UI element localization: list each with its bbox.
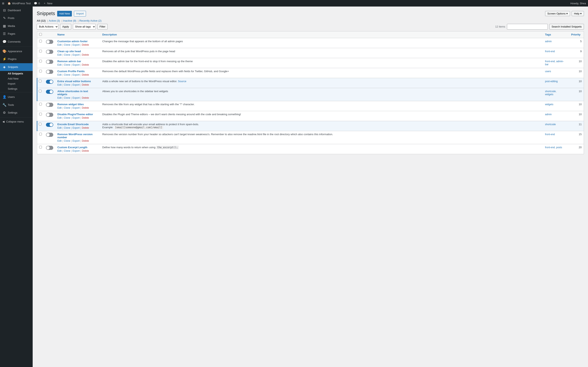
snippet-tag[interactable]: widgets	[545, 103, 553, 106]
snippet-action-delete[interactable]: Delete	[82, 126, 89, 129]
sidebar-item-comments[interactable]: 💬 Comments	[0, 38, 33, 46]
help-button[interactable]: Help ▾	[572, 11, 584, 16]
snippet-action-clone[interactable]: Clone	[64, 83, 70, 86]
snippet-tag[interactable]: widgets	[545, 93, 553, 96]
snippet-action-clone[interactable]: Clone	[64, 126, 70, 129]
snippet-tag[interactable]: users	[545, 70, 551, 73]
snippet-tag[interactable]: shortcode	[545, 90, 556, 93]
sidebar-item-appearance[interactable]: 🎨 Appearance	[0, 48, 33, 55]
snippet-tag[interactable]: post-editing	[545, 80, 558, 83]
snippet-action-delete[interactable]: Delete	[82, 117, 89, 119]
snippet-action-edit[interactable]: Edit	[57, 63, 62, 66]
snippet-action-delete[interactable]: Delete	[82, 106, 89, 109]
row-checkbox[interactable]	[39, 123, 42, 125]
snippet-action-delete[interactable]: Delete	[82, 150, 89, 152]
filter-button[interactable]: Filter	[97, 24, 108, 30]
snippet-source-link[interactable]: Source	[178, 80, 186, 83]
snippet-action-delete[interactable]: Delete	[82, 43, 89, 46]
snippet-toggle[interactable]	[46, 123, 53, 127]
admin-bar-logo[interactable]: ⊞	[2, 2, 4, 5]
sidebar-item-plugins[interactable]: ⚡ Plugins	[0, 55, 33, 63]
snippet-name-link[interactable]: Encode Email Shortcode	[57, 123, 98, 126]
snippet-action-export[interactable]: Export	[72, 73, 80, 76]
tab-recently-active[interactable]: Recently Active (2)	[79, 19, 102, 22]
sidebar-item-snippets[interactable]: ◈ Snippets	[0, 63, 33, 71]
sidebar-sub-item-settings[interactable]: Settings	[0, 86, 33, 91]
snippet-action-export[interactable]: Export	[72, 126, 80, 129]
snippet-action-clone[interactable]: Clone	[64, 117, 70, 119]
bulk-actions-select[interactable]: Bulk Actions	[37, 24, 58, 30]
sidebar-item-tools[interactable]: 🔧 Tools	[0, 101, 33, 109]
snippet-toggle[interactable]	[46, 113, 53, 117]
snippet-action-clone[interactable]: Clone	[64, 96, 70, 99]
sidebar-item-pages[interactable]: ☰ Pages	[0, 30, 33, 38]
snippet-action-export[interactable]: Export	[72, 140, 80, 142]
row-checkbox[interactable]	[39, 146, 42, 149]
sidebar-item-dashboard[interactable]: ⊟ Dashboard	[0, 7, 33, 14]
snippet-action-delete[interactable]: Delete	[82, 96, 89, 99]
tab-all[interactable]: All (12)	[37, 19, 45, 22]
snippet-action-delete[interactable]: Delete	[82, 53, 89, 56]
snippet-action-export[interactable]: Export	[72, 83, 80, 86]
snippet-tag[interactable]: shortcode	[545, 123, 556, 126]
snippet-action-delete[interactable]: Delete	[82, 140, 89, 142]
row-checkbox[interactable]	[39, 103, 42, 105]
add-new-button[interactable]: Add New	[57, 11, 72, 17]
snippet-action-delete[interactable]: Delete	[82, 63, 89, 66]
snippet-action-clone[interactable]: Clone	[64, 53, 70, 56]
row-checkbox[interactable]	[39, 40, 42, 42]
snippet-action-edit[interactable]: Edit	[57, 73, 62, 76]
snippet-action-edit[interactable]: Edit	[57, 117, 62, 119]
snippet-action-export[interactable]: Export	[72, 106, 80, 109]
snippet-toggle[interactable]	[46, 60, 53, 64]
snippet-action-delete[interactable]: Delete	[82, 73, 89, 76]
snippet-name-link[interactable]: Customize admin footer	[57, 40, 98, 43]
sidebar-sub-item-all-snippets[interactable]: All Snippets	[0, 71, 33, 76]
sidebar-item-settings[interactable]: ⚙ Settings	[0, 109, 33, 117]
snippet-toggle[interactable]	[46, 103, 53, 107]
snippet-action-delete[interactable]: Delete	[82, 83, 89, 86]
snippet-action-edit[interactable]: Edit	[57, 106, 62, 109]
snippet-action-edit[interactable]: Edit	[57, 83, 62, 86]
sidebar-sub-item-import[interactable]: Import	[0, 81, 33, 86]
snippet-tag[interactable]: front-end	[545, 60, 555, 63]
snippet-toggle[interactable]	[46, 80, 53, 84]
th-tags[interactable]: Tags	[543, 31, 568, 38]
row-checkbox[interactable]	[39, 80, 42, 82]
tab-active[interactable]: Active (3)	[49, 19, 60, 22]
snippet-name-link[interactable]: Custom Excerpt Length	[57, 146, 98, 149]
snippet-action-clone[interactable]: Clone	[64, 63, 70, 66]
tab-inactive[interactable]: Inactive (9)	[63, 19, 76, 22]
snippet-tag[interactable]: admin	[545, 40, 552, 43]
snippet-action-edit[interactable]: Edit	[57, 126, 62, 129]
snippet-name-link[interactable]: Disable Plugin/Theme editor	[57, 113, 98, 116]
import-button[interactable]: Import	[74, 11, 86, 17]
sidebar-sub-item-add-new[interactable]: Add New	[0, 76, 33, 81]
snippet-tag[interactable]: front-end	[545, 50, 555, 53]
admin-bar-comments[interactable]: 💬 0	[34, 2, 40, 5]
snippet-toggle[interactable]	[46, 133, 53, 137]
snippet-action-edit[interactable]: Edit	[57, 53, 62, 56]
snippet-tag[interactable]: front-end	[545, 146, 555, 149]
snippet-action-clone[interactable]: Clone	[64, 106, 70, 109]
snippet-name-link[interactable]: Extra visual editor buttons	[57, 80, 98, 83]
snippet-action-export[interactable]: Export	[72, 117, 80, 119]
collapse-menu-button[interactable]: ◀ Collapse menu	[0, 118, 33, 125]
snippet-name-link[interactable]: Remove admin bar	[57, 60, 98, 63]
screen-options-button[interactable]: Screen Options ▾	[545, 11, 570, 16]
snippet-tag[interactable]: admin	[545, 113, 552, 116]
row-checkbox[interactable]	[39, 50, 42, 52]
snippet-action-clone[interactable]: Clone	[64, 150, 70, 152]
sidebar-item-users[interactable]: 👤 Users	[0, 93, 33, 101]
snippet-name-link[interactable]: Custom Profile Fields	[57, 70, 98, 73]
row-checkbox[interactable]	[39, 60, 42, 62]
admin-bar-site[interactable]: 🏠 WordPress Test	[8, 2, 31, 5]
snippet-toggle[interactable]	[46, 70, 53, 74]
snippet-action-export[interactable]: Export	[72, 43, 80, 46]
search-button[interactable]: Search Installed Snippets	[549, 24, 584, 30]
row-checkbox[interactable]	[39, 133, 42, 135]
snippet-action-export[interactable]: Export	[72, 53, 80, 56]
sidebar-item-media[interactable]: ▦ Media	[0, 22, 33, 30]
snippet-name-link[interactable]: Allow shortcodes in text widgets	[57, 90, 98, 96]
snippet-action-edit[interactable]: Edit	[57, 43, 62, 46]
